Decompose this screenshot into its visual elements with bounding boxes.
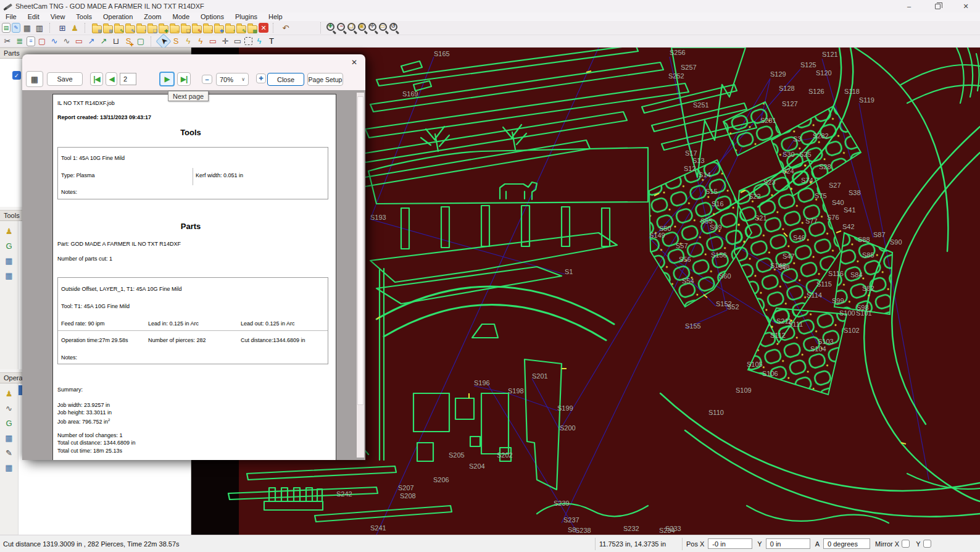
menu-edit[interactable]: Edit — [22, 12, 45, 21]
shape-label: S100 — [839, 309, 855, 317]
post-process-icon[interactable]: ▥ — [34, 22, 45, 33]
zoom-in-button[interactable]: ✚ — [256, 73, 266, 83]
select-path-2-icon[interactable]: ϟ — [195, 36, 206, 47]
pos-y-input[interactable]: 0 in — [766, 538, 810, 549]
open-job-icon[interactable]: ▤ — [2, 23, 10, 33]
torch-arrow-icon[interactable]: ♟ — [4, 388, 15, 399]
zoom-drawing-icon[interactable]: ❏ — [347, 23, 355, 31]
select-cursor-icon[interactable]: ➤ — [156, 33, 171, 49]
window-controls: – ✕ — [895, 0, 980, 12]
gcode-icon[interactable]: G — [4, 240, 15, 251]
start-point-icon[interactable]: S✚ — [123, 36, 134, 47]
calculator-icon[interactable]: ⊞ — [57, 22, 68, 33]
op-table-icon[interactable]: ▦ — [4, 462, 15, 473]
move-part-icon[interactable]: ✛ — [220, 36, 231, 47]
cut-icon[interactable]: ✂ — [2, 36, 13, 47]
measure-arrow-icon[interactable]: ↗ — [98, 36, 109, 47]
part-outline-icon[interactable]: ▭ — [73, 36, 85, 47]
total-cut-distance: Total cut distance: 1344.6809 in — [57, 440, 136, 446]
mirror-y-checkbox[interactable] — [923, 540, 931, 548]
rubber-band-icon[interactable] — [244, 37, 252, 45]
undo-icon[interactable]: ↶ — [280, 22, 291, 33]
part-yellow-icon[interactable]: − — [170, 25, 180, 33]
preview-scrollbar[interactable] — [357, 93, 364, 458]
select-start-icon[interactable]: S — [170, 36, 181, 47]
tool-table-alert-icon[interactable]: ▦ — [4, 270, 15, 281]
select-contour-icon[interactable]: ▭ — [207, 36, 218, 47]
contour-green-icon[interactable]: ▢ — [135, 36, 146, 47]
machine-bed-icon[interactable]: ⊔ — [110, 36, 122, 47]
zoom-parts-icon[interactable]: ▣ — [358, 23, 366, 31]
part-checkbox[interactable]: ✓ — [12, 71, 21, 80]
print-icon[interactable]: ▦ — [22, 22, 33, 33]
zoom-out-button[interactable]: − — [202, 75, 212, 84]
text-icon[interactable]: T — [266, 36, 277, 47]
edit-green-icon[interactable]: ✎ — [236, 25, 246, 33]
page-setup-button[interactable]: Page Setup — [307, 73, 343, 86]
table-x-icon[interactable]: ▦ — [4, 432, 15, 443]
import-drawing-icon[interactable]: ⊞ — [92, 25, 102, 33]
properties-icon[interactable]: ≡ — [27, 36, 35, 46]
delete-part-icon[interactable]: ✕ — [259, 23, 268, 33]
arrange-part-icon[interactable]: ↑ — [225, 25, 235, 33]
dialog-close-button[interactable]: ✕ — [349, 57, 359, 67]
close-preview-button[interactable]: Close — [267, 73, 304, 86]
add-part-icon[interactable]: ✚ — [159, 25, 168, 33]
menu-tools[interactable]: Tools — [70, 12, 98, 21]
menu-zoom[interactable]: Zoom — [138, 12, 167, 21]
torch-icon[interactable]: ♟ — [4, 225, 15, 236]
path-nodes-2-icon[interactable]: ∿ — [61, 36, 72, 47]
move-arrow-icon[interactable]: ↗ — [86, 36, 97, 47]
insert-part-icon[interactable]: ✚ — [214, 25, 224, 33]
layers-icon[interactable]: ≣ — [14, 36, 25, 47]
shape-label: S88 — [858, 236, 870, 243]
zoom-previous-icon[interactable]: ↺ — [389, 23, 397, 31]
minimize-button[interactable]: – — [895, 0, 923, 12]
mirror-x-checkbox[interactable] — [902, 540, 910, 548]
menu-view[interactable]: View — [45, 12, 71, 21]
tool-table-icon[interactable]: ▦ — [4, 255, 15, 266]
zoom-out-icon[interactable]: − — [337, 23, 345, 31]
menu-mode[interactable]: Mode — [167, 12, 195, 21]
contour-red-icon[interactable]: ▢ — [36, 36, 48, 47]
gcode-op-icon[interactable]: G — [4, 417, 15, 429]
menu-file[interactable]: File — [0, 12, 22, 21]
reload-drawing-icon[interactable]: ⊞ — [103, 25, 113, 33]
duplicate-part-icon[interactable]: ❏ — [181, 25, 191, 33]
page-number-input[interactable]: 2 — [120, 73, 136, 85]
zoom-select[interactable]: 70% ∨ — [216, 73, 249, 86]
menu-options[interactable]: Options — [195, 12, 230, 21]
copy-part-icon[interactable]: ❏ — [147, 25, 157, 33]
preview-scrollbar-thumb[interactable] — [357, 96, 363, 405]
edit-part-icon[interactable]: ✎ — [114, 25, 124, 33]
nest-table-icon[interactable]: ▦ — [247, 25, 257, 33]
save-button[interactable]: Save — [47, 72, 83, 86]
pen-op-icon[interactable]: ✎ — [4, 447, 15, 458]
angle-input[interactable]: 0 degrees — [823, 538, 870, 549]
menu-plugins[interactable]: Plugins — [230, 12, 263, 21]
previous-page-button[interactable]: ◀ — [106, 72, 117, 86]
first-page-button[interactable]: |◀ — [90, 72, 103, 86]
zoom-extents-icon[interactable]: ✛ — [368, 23, 376, 31]
edit-part-2-icon[interactable]: ✎ — [125, 25, 135, 33]
path-nodes-icon[interactable]: ∿ — [49, 36, 60, 47]
pan-icon[interactable]: ▭ — [232, 36, 243, 47]
zoom-sheet-icon[interactable]: ▭ — [379, 23, 387, 31]
menu-operation[interactable]: Operation — [98, 12, 138, 21]
close-button[interactable]: ✕ — [952, 0, 980, 12]
path-op-icon[interactable]: ∿ — [4, 403, 15, 414]
pos-x-input[interactable]: -0 in — [708, 538, 752, 549]
bolt-icon[interactable]: ϟ — [254, 36, 265, 47]
restore-button[interactable] — [923, 0, 952, 12]
zoom-in-icon[interactable]: ✚ — [326, 23, 334, 31]
print-button[interactable]: ▦ — [26, 71, 43, 87]
export-part-icon[interactable]: ↑ — [203, 25, 213, 33]
rename-part-icon[interactable]: ✎ — [192, 25, 202, 33]
load-part-icon[interactable]: ↑ — [136, 25, 146, 33]
edit-job-icon[interactable]: ✎ — [12, 23, 20, 33]
last-page-button[interactable]: ▶| — [177, 72, 191, 86]
tool-bit-icon[interactable]: ♟ — [69, 22, 80, 33]
next-page-button[interactable]: ▶ — [159, 72, 175, 86]
select-path-icon[interactable]: ϟ — [183, 36, 194, 47]
menu-help[interactable]: Help — [263, 12, 288, 21]
